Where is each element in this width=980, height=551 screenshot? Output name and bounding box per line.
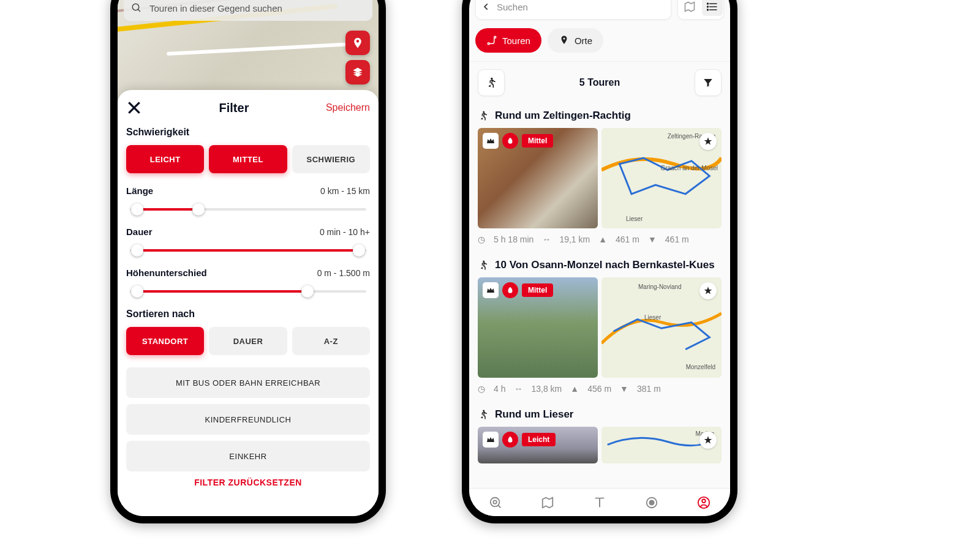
tab-guide[interactable] [593, 496, 606, 509]
tour-map[interactable]: Maring [601, 427, 722, 463]
svg-point-11 [488, 43, 489, 45]
sort-az[interactable]: A-Z [292, 327, 370, 355]
tab-profile[interactable] [697, 496, 710, 509]
duration-value: 0 min - 10 h+ [320, 227, 370, 237]
svg-marker-20 [543, 497, 553, 508]
svg-marker-4 [685, 2, 694, 12]
view-list-button[interactable] [702, 0, 723, 16]
tab-map[interactable] [541, 496, 554, 509]
top-bar: Suchen [475, 0, 724, 20]
view-map-button[interactable] [679, 0, 700, 16]
tab-discover[interactable] [489, 496, 502, 509]
tab-record[interactable] [645, 496, 658, 509]
search-icon [131, 2, 142, 13]
tour-card[interactable]: 10 Von Osann-Monzel nach Bernkastel-Kues… [469, 253, 730, 402]
tour-photo[interactable]: Leicht [478, 427, 598, 463]
chip-tours[interactable]: Touren [475, 28, 541, 53]
activity-button[interactable] [478, 69, 505, 96]
hiker-icon [478, 260, 489, 271]
svg-point-17 [490, 497, 499, 506]
reset-filters-button[interactable]: FILTER ZURÜCKSETZEN [126, 478, 370, 487]
sort-duration[interactable]: DAUER [209, 327, 287, 355]
svg-point-9 [707, 6, 708, 7]
hiker-icon [485, 77, 497, 89]
favorite-button[interactable] [699, 133, 717, 150]
brand-icon [502, 282, 518, 298]
svg-point-22 [649, 500, 654, 504]
filter-food[interactable]: EINKEHR [126, 441, 370, 471]
tour-stats: ◷4 h ↔13,8 km ▲456 m ▼381 m [478, 384, 722, 394]
svg-point-24 [703, 499, 706, 503]
svg-point-15 [483, 261, 484, 263]
hiker-icon [478, 409, 489, 420]
sheet-header: Filter Speichern [126, 100, 370, 116]
duration-slider[interactable] [126, 242, 370, 259]
screen-right: Suchen Touren Orte [469, 0, 730, 516]
sort-segments: STANDORT DAUER A-Z [126, 327, 370, 355]
search-placeholder: Touren in dieser Gegend suchen [149, 3, 282, 13]
tour-map[interactable]: Maring-Noviand Lieser Monzelfeld [601, 277, 722, 378]
svg-point-8 [707, 3, 708, 4]
search-bar[interactable]: Suchen [475, 0, 671, 20]
difficulty-badge: Mittel [522, 134, 553, 148]
back-icon[interactable] [482, 2, 491, 11]
tour-card[interactable]: Rund um Zeltingen-Rachtig Mittel [469, 103, 730, 253]
tour-title: Rund um Lieser [495, 408, 573, 421]
filter-button[interactable] [695, 69, 722, 96]
map-pin-button[interactable] [345, 31, 370, 55]
filter-kids[interactable]: KINDERFREUNDLICH [126, 404, 370, 435]
difficulty-hard[interactable]: SCHWIERIG [292, 145, 370, 173]
results-header: 5 Touren [469, 62, 730, 103]
difficulty-medium[interactable]: MITTEL [209, 145, 287, 173]
svg-point-0 [132, 4, 139, 10]
chip-places[interactable]: Orte [548, 28, 603, 53]
pin-icon [352, 37, 364, 49]
sort-location[interactable]: STANDORT [126, 327, 204, 355]
save-button[interactable]: Speichern [326, 102, 370, 113]
close-icon[interactable] [126, 100, 142, 116]
filter-transit[interactable]: MIT BUS ODER BAHN ERREICHBAR [126, 367, 370, 398]
tour-card[interactable]: Rund um Lieser Leicht Mari [469, 402, 730, 472]
favorite-button[interactable] [699, 432, 717, 449]
favorite-button[interactable] [699, 282, 717, 299]
svg-line-1 [138, 9, 140, 12]
view-toggle [677, 0, 724, 20]
elev-slider[interactable] [126, 283, 370, 300]
route-icon [486, 35, 497, 46]
results-count: 5 Touren [579, 77, 620, 88]
funnel-icon [703, 77, 714, 88]
difficulty-easy[interactable]: LEICHT [126, 145, 204, 173]
tour-title: 10 Von Osann-Monzel nach Bernkastel-Kues [495, 259, 715, 271]
difficulty-segments: LEICHT MITTEL SCHWIERIG [126, 145, 370, 173]
tab-bar [469, 488, 730, 516]
duration-label: Dauer [126, 227, 153, 237]
tour-map[interactable]: Zeltingen-Rachtig Graach an der Mosel Li… [601, 128, 722, 228]
crown-icon [483, 282, 499, 298]
search-bar[interactable]: Touren in dieser Gegend suchen [124, 0, 372, 21]
brand-icon [502, 133, 518, 149]
tour-title: Rund um Zeltingen-Rachtig [495, 110, 631, 122]
sheet-title: Filter [219, 101, 249, 115]
search-placeholder: Suchen [497, 2, 528, 12]
chip-places-label: Orte [575, 36, 592, 46]
type-chips: Touren Orte [475, 28, 603, 53]
map-layers-button[interactable] [345, 60, 370, 84]
svg-point-12 [494, 36, 496, 38]
difficulty-label: Schwierigkeit [126, 127, 370, 138]
svg-point-14 [483, 111, 484, 113]
length-value: 0 km - 15 km [320, 186, 370, 196]
screen-left: Touren in dieser Gegend suchen Filter Sp… [118, 0, 379, 516]
crown-icon [483, 133, 499, 149]
difficulty-badge: Leicht [522, 433, 556, 446]
hiker-icon [478, 110, 489, 121]
sort-label: Sortieren nach [126, 309, 370, 320]
list-icon [706, 1, 718, 13]
crown-icon [483, 432, 499, 448]
tour-photo[interactable]: Mittel [478, 277, 598, 378]
tour-photo[interactable]: Mittel [478, 128, 598, 228]
chip-tours-label: Touren [502, 36, 530, 46]
filter-sheet: Filter Speichern Schwierigkeit LEICHT MI… [118, 90, 379, 516]
length-slider[interactable] [126, 201, 370, 218]
svg-point-18 [493, 500, 497, 504]
results-panel: 5 Touren Rund um Zeltingen-Rachtig [469, 61, 730, 488]
